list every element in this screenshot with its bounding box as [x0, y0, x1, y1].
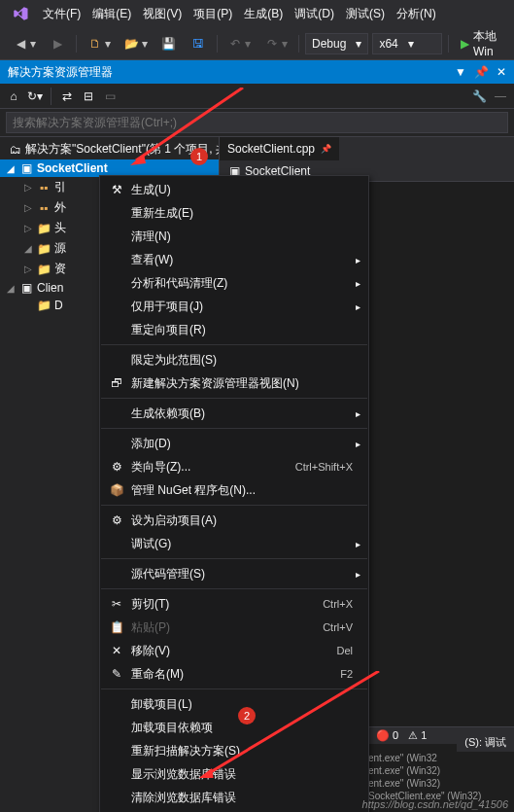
menu-separator — [101, 588, 367, 589]
home-icon[interactable]: ⌂ — [6, 88, 21, 104]
menu-item[interactable]: 仅用于项目(J)▸ — [100, 295, 368, 318]
shortcut-label: Del — [336, 645, 353, 656]
menu-edit[interactable]: 编辑(E) — [86, 2, 137, 26]
menu-label: 重新生成(E) — [131, 205, 193, 222]
menu-label: 限定为此范围(S) — [131, 352, 217, 369]
wizard-icon: ⚙ — [106, 459, 127, 475]
menu-label: 查看(W) — [131, 252, 173, 268]
context-menu: ⚒生成(U)重新生成(E)清理(N)查看(W)▸分析和代码清理(Z)▸仅用于项目… — [99, 175, 369, 812]
menu-item[interactable]: 重新扫描解决方案(S) — [100, 739, 368, 762]
annotation-badge-1: 1 — [190, 148, 208, 165]
menu-item[interactable]: 重定向项目(R) — [100, 318, 368, 341]
menu-item[interactable]: 📦管理 NuGet 程序包(N)... — [100, 478, 368, 502]
properties-icon[interactable]: 🔧 — [471, 88, 487, 104]
run-label: 本地 Win — [473, 28, 500, 58]
config-dropdown[interactable]: Debug▾ — [305, 33, 368, 54]
open-button[interactable]: 📂▾ — [120, 32, 153, 55]
chevron-right-icon: ▸ — [356, 439, 360, 449]
blank-icon — [106, 536, 127, 551]
platform-label: x64 — [379, 37, 397, 51]
separator — [76, 35, 77, 53]
saveall-button[interactable]: 🖫 — [186, 32, 211, 55]
menu-item[interactable]: ✕移除(V)Del — [100, 639, 368, 662]
editor-tabs: SocketClient.cpp📌 — [220, 137, 514, 160]
platform-dropdown[interactable]: x64▾ — [372, 33, 442, 54]
undo-button[interactable]: ↶▾ — [223, 32, 256, 55]
menu-item[interactable]: 源代码管理(S)▸ — [100, 562, 368, 585]
chevron-right-icon: ▸ — [356, 539, 360, 549]
menu-view[interactable]: 视图(V) — [137, 2, 188, 26]
editor-tab[interactable]: SocketClient.cpp📌 — [220, 137, 340, 160]
main-toolbar: ◀▾ ▶ 🗋▾ 📂▾ 💾 🖫 ↶▾ ↷▾ Debug▾ x64▾ ▶本地 Win — [0, 27, 514, 60]
menu-test[interactable]: 测试(S) — [340, 2, 391, 26]
panel-menu-icon[interactable]: ▼ — [455, 65, 466, 79]
menu-separator — [101, 688, 367, 689]
menu-item[interactable]: ✎重命名(M)F2 — [100, 662, 368, 686]
menu-item[interactable]: 分析和代码清理(Z)▸ — [100, 271, 368, 295]
play-icon: ▶ — [461, 37, 469, 51]
menu-item[interactable]: 卸载项目(L) — [100, 692, 368, 716]
menu-item[interactable]: ✂剪切(T)Ctrl+X — [100, 592, 368, 616]
refresh-icon[interactable]: ↻▾ — [27, 88, 43, 104]
menu-item[interactable]: 调试(G)▸ — [100, 532, 368, 555]
vs-logo-icon — [10, 3, 31, 24]
project-icon: ▣ — [19, 161, 33, 175]
cut-icon: ✂ — [106, 596, 127, 612]
menu-item[interactable]: ⚙设为启动项目(A) — [100, 509, 368, 532]
blank-icon — [106, 743, 127, 759]
menu-item[interactable]: 显示浏览数据库错误 — [100, 762, 368, 786]
panel-title: 解决方案资源管理器 — [8, 64, 113, 81]
new-view-icon: 🗗 — [106, 375, 127, 391]
pin-icon[interactable]: 📌 — [321, 144, 331, 154]
menu-item[interactable]: ⚒生成(U) — [100, 178, 368, 201]
output-filter[interactable]: (S): 调试 — [457, 733, 514, 752]
build-icon: ⚒ — [106, 182, 127, 197]
menu-item[interactable]: 清除浏览数据库错误 — [100, 786, 368, 809]
menu-item[interactable]: 生成依赖项(B)▸ — [100, 402, 368, 425]
menu-separator — [101, 344, 367, 345]
menu-label: 源代码管理(S) — [131, 566, 205, 583]
new-button[interactable]: 🗋▾ — [83, 32, 116, 55]
chevron-right-icon: ▸ — [356, 408, 360, 419]
menu-item[interactable]: 限定为此范围(S) — [100, 348, 368, 371]
blank-icon — [106, 299, 127, 314]
nav-fwd-button[interactable]: ▶ — [45, 32, 70, 55]
separator — [448, 35, 449, 53]
menu-item[interactable]: 🗗新建解决方案资源管理器视图(N) — [100, 371, 368, 395]
menu-project[interactable]: 项目(P) — [188, 2, 238, 26]
blank-icon — [106, 275, 127, 291]
menu-item[interactable]: 查看(W)▸ — [100, 248, 368, 271]
menu-item[interactable]: ⚙类向导(Z)...Ctrl+Shift+X — [100, 455, 368, 478]
search-input[interactable] — [6, 112, 508, 133]
menu-build[interactable]: 生成(B) — [238, 2, 289, 26]
save-button[interactable]: 💾 — [156, 32, 182, 55]
solution-node[interactable]: 🗂解决方案"SocketClient"(第 1 个项目, 共 2 个) — [0, 139, 219, 159]
menu-item[interactable]: 清理(N) — [100, 225, 368, 248]
remove-icon: ✕ — [106, 643, 127, 658]
run-button[interactable]: ▶本地 Win — [455, 26, 506, 60]
pin-icon[interactable]: 📌 — [474, 65, 489, 79]
showall-icon[interactable]: ▭ — [102, 88, 118, 104]
error-badge[interactable]: 🔴 0 — [376, 729, 398, 742]
warning-badge[interactable]: ⚠ 1 — [408, 729, 427, 742]
redo-button[interactable]: ↷▾ — [259, 32, 292, 55]
shortcut-label: Ctrl+X — [323, 598, 353, 610]
separator — [298, 35, 299, 53]
watermark: https://blog.csdn.net/qd_41506 — [362, 798, 508, 810]
menu-item[interactable]: 重新生成(E) — [100, 201, 368, 225]
sync-icon[interactable]: ⇄ — [59, 88, 75, 104]
menu-item[interactable]: 加载项目依赖项 — [100, 716, 368, 739]
menu-debug[interactable]: 调试(D) — [289, 2, 340, 26]
menu-label: 分析和代码清理(Z) — [131, 275, 227, 292]
blank-icon — [106, 322, 127, 337]
menu-file[interactable]: 文件(F) — [37, 2, 86, 26]
menu-label: 设为启动项目(A) — [131, 512, 217, 529]
nav-back-button[interactable]: ◀▾ — [8, 32, 41, 55]
close-icon[interactable]: ✕ — [497, 65, 506, 79]
view-icon[interactable]: — — [493, 88, 508, 104]
menu-analyze[interactable]: 分析(N) — [391, 2, 442, 26]
blank-icon — [106, 766, 127, 782]
collapse-icon[interactable]: ⊟ — [81, 88, 96, 104]
menu-label: 显示浏览数据库错误 — [131, 766, 236, 783]
menu-item[interactable]: 添加(D)▸ — [100, 432, 368, 455]
